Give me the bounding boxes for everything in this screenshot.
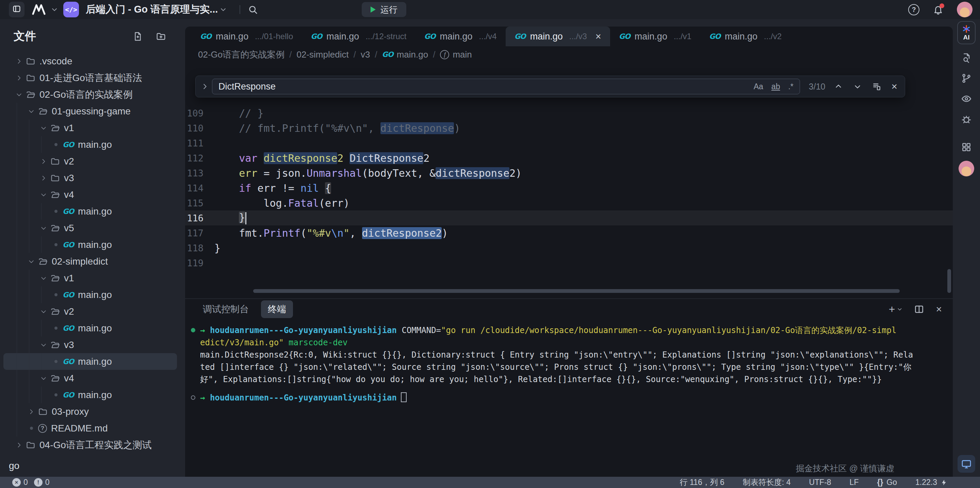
status-item[interactable]: 行 116，列 6 — [680, 477, 724, 488]
new-terminal-icon[interactable]: + — [889, 304, 895, 315]
expand-chevron-icon[interactable] — [25, 408, 37, 415]
problems-indicator[interactable]: !0 — [34, 478, 50, 487]
tree-item[interactable]: GOmain.go — [3, 203, 177, 220]
line-number[interactable]: 109 — [185, 108, 215, 118]
extensions-grid-icon[interactable] — [959, 140, 974, 154]
close-tab-icon[interactable]: × — [595, 32, 601, 41]
tree-item[interactable]: v3 — [3, 336, 177, 353]
line-number[interactable]: 118 — [185, 243, 215, 254]
expand-chevron-icon[interactable] — [13, 91, 25, 98]
expand-chevron-icon[interactable] — [25, 108, 37, 115]
user-avatar[interactable] — [957, 2, 972, 18]
tree-item[interactable]: v1 — [3, 120, 177, 136]
tree-item[interactable]: v1 — [3, 270, 177, 286]
tree-item[interactable]: GOmain.go — [3, 386, 177, 403]
line-number[interactable]: 116 — [185, 213, 215, 223]
tree-item[interactable]: .vscode — [3, 53, 177, 70]
tree-item[interactable]: 04-Go语言工程实践之测试 — [3, 437, 177, 453]
tree-item[interactable]: GOmain.go — [3, 320, 177, 336]
toggle-replace-icon[interactable] — [198, 83, 212, 90]
breadcrumb-item[interactable]: GOmain.go — [382, 49, 428, 60]
regex-icon[interactable]: .* — [788, 82, 793, 91]
terminal[interactable]: → houduanrumen---Go-yuyanyuanliyushijian… — [185, 319, 953, 404]
line-number[interactable]: 114 — [185, 183, 215, 193]
horizontal-scrollbar[interactable] — [253, 289, 900, 293]
new-folder-icon[interactable] — [156, 31, 166, 41]
code-editor[interactable]: 109 // }110 // fmt.Printf("%#v\n", dictR… — [185, 63, 953, 298]
split-panel-icon[interactable] — [914, 304, 924, 314]
bell-icon[interactable] — [933, 5, 943, 14]
arrow-up-icon[interactable] — [834, 82, 843, 91]
expand-chevron-icon[interactable] — [37, 124, 50, 131]
remote-monitor-icon[interactable] — [958, 455, 975, 473]
expand-chevron-icon[interactable] — [13, 58, 25, 65]
expand-chevron-icon[interactable] — [37, 175, 50, 182]
ai-assistant-button[interactable]: AI — [957, 21, 975, 44]
tree-item[interactable]: v4 — [3, 186, 177, 203]
sidebar-footer-section[interactable]: go — [9, 461, 19, 471]
expand-chevron-icon[interactable] — [37, 275, 50, 282]
run-button[interactable]: 运行 — [362, 2, 406, 17]
expand-chevron-icon[interactable] — [13, 75, 25, 81]
panel-tab[interactable]: 终端 — [261, 300, 293, 318]
expand-chevron-icon[interactable] — [37, 308, 50, 315]
problems-indicator[interactable]: ×0 — [12, 478, 28, 487]
breadcrumb-item[interactable]: 02-Go语言的实战案例 — [198, 49, 285, 61]
tree-item[interactable]: GOmain.go — [3, 136, 177, 153]
tree-item[interactable]: GOmain.go — [3, 236, 177, 253]
editor-tab[interactable]: GOmain.go.../v1 — [610, 27, 700, 46]
arrow-down-icon[interactable] — [853, 82, 862, 91]
status-item[interactable]: 1.22.3 — [915, 478, 947, 487]
line-number[interactable]: 115 — [185, 198, 215, 209]
tree-item[interactable]: GOmain.go — [3, 353, 177, 370]
editor-tab[interactable]: GOmain.go.../v3× — [506, 27, 610, 46]
match-case-icon[interactable]: Aa — [754, 82, 763, 91]
search-icon[interactable] — [248, 5, 258, 14]
editor-tab[interactable]: GOmain.go.../12-struct — [302, 27, 415, 46]
tree-item[interactable]: ?README.md — [3, 420, 177, 437]
expand-chevron-icon[interactable] — [37, 158, 50, 165]
close-find-icon[interactable]: × — [891, 81, 897, 92]
expand-chevron-icon[interactable] — [37, 341, 50, 348]
line-number[interactable]: 119 — [185, 258, 215, 268]
status-item[interactable]: 制表符长度: 4 — [743, 477, 791, 488]
panel-tab[interactable]: 调试控制台 — [196, 300, 256, 318]
tree-item[interactable]: v5 — [3, 220, 177, 236]
line-number[interactable]: 110 — [185, 123, 215, 134]
close-panel-icon[interactable]: × — [936, 304, 942, 314]
find-in-selection-icon[interactable] — [872, 82, 881, 91]
window-layout-button[interactable] — [9, 2, 24, 18]
file-search-icon[interactable] — [959, 51, 974, 65]
whole-word-icon[interactable]: ab — [772, 82, 780, 91]
logo-menu-chevron-icon[interactable] — [51, 6, 58, 13]
tree-item[interactable]: 03-proxy — [3, 403, 177, 420]
user-avatar[interactable] — [959, 161, 974, 176]
tree-item[interactable]: 02-Go语言的实战案例 — [3, 86, 177, 103]
expand-chevron-icon[interactable] — [37, 191, 50, 198]
editor-tab[interactable]: GOmain.go.../v4 — [415, 27, 505, 46]
tree-item[interactable]: GOmain.go — [3, 286, 177, 303]
status-item[interactable]: LF — [850, 478, 859, 487]
tree-item[interactable]: 02-simpledict — [3, 253, 177, 270]
tree-item[interactable]: 01-guessing-game — [3, 103, 177, 120]
breadcrumb-item[interactable]: ƒmain — [440, 49, 472, 60]
find-input[interactable]: DictResponse Aaab.* — [212, 79, 800, 94]
editor-tab[interactable]: GOmain.go.../v2 — [700, 27, 791, 46]
breadcrumb-item[interactable]: v3 — [361, 49, 370, 60]
help-icon[interactable]: ? — [908, 4, 920, 15]
status-item[interactable]: UTF-8 — [809, 478, 831, 487]
tree-item[interactable]: v2 — [3, 303, 177, 320]
tree-item[interactable]: v3 — [3, 170, 177, 186]
new-terminal-group[interactable]: + — [889, 304, 903, 315]
expand-chevron-icon[interactable] — [37, 375, 50, 382]
terminal-dropdown-icon[interactable] — [897, 306, 902, 312]
status-item[interactable]: {}Go — [877, 478, 897, 487]
tree-item[interactable]: v4 — [3, 370, 177, 386]
editor-tab[interactable]: GOmain.go.../01-hello — [191, 27, 302, 46]
line-number[interactable]: 113 — [185, 168, 215, 179]
breadcrumb-item[interactable]: 02-simpledict — [297, 49, 349, 60]
project-menu-chevron-icon[interactable] — [220, 6, 227, 13]
expand-chevron-icon[interactable] — [37, 225, 50, 231]
line-number[interactable]: 117 — [185, 228, 215, 238]
expand-chevron-icon[interactable] — [25, 258, 37, 265]
